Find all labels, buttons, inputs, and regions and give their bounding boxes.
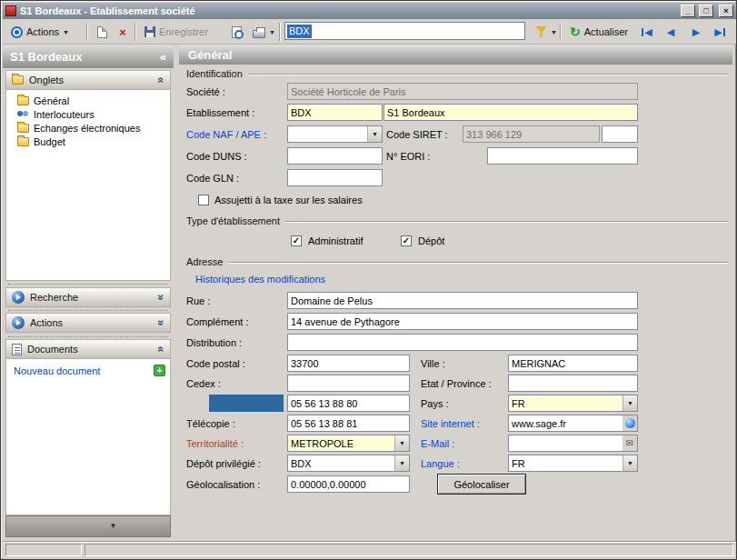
chevron-up-icon[interactable]: «: [156, 77, 167, 84]
code-naf-dropdown-button[interactable]: ▼: [367, 126, 382, 142]
print-button[interactable]: ▼: [248, 22, 280, 42]
filter-button[interactable]: ▼: [531, 22, 562, 42]
tree-item-interlocuteurs[interactable]: Interlocuteurs: [17, 108, 95, 121]
sidebar-title: S1 Bordeaux: [10, 50, 160, 64]
nav-previous-button[interactable]: ◀: [661, 23, 681, 41]
nav-first-button[interactable]: ◀: [637, 23, 657, 41]
geolocaliser-button[interactable]: Géolocaliser: [437, 474, 526, 495]
taxe-salaires-checkbox[interactable]: [198, 195, 209, 205]
chevron-down-icon[interactable]: »: [156, 295, 167, 301]
actions-menu-button[interactable]: Actions ▼: [6, 22, 74, 42]
collapse-sidebar-button[interactable]: «: [160, 50, 166, 64]
pays-input[interactable]: [509, 395, 622, 411]
pays-label: Pays :: [421, 397, 449, 410]
print-preview-icon: [232, 26, 242, 38]
code-duns-field[interactable]: [287, 147, 383, 165]
etablissement-nom-field[interactable]: [383, 104, 638, 121]
section-documents-header[interactable]: Documents «: [5, 339, 171, 359]
code-naf-input[interactable]: [288, 126, 367, 142]
print-preview-button[interactable]: [226, 22, 246, 42]
code-naf-label[interactable]: Code NAF / APE :: [186, 128, 266, 141]
sidebar-bottom-bar[interactable]: ▼: [5, 515, 171, 537]
langue-label[interactable]: Langue :: [421, 457, 460, 470]
chevron-up-icon[interactable]: «: [156, 346, 167, 353]
telephone-label-selection[interactable]: [209, 395, 284, 412]
depot-privilegie-input[interactable]: [288, 455, 394, 471]
nav-next-icon: ▶: [692, 26, 700, 38]
territorialite-input[interactable]: [288, 435, 394, 451]
refresh-button[interactable]: ↻ Actualiser: [565, 22, 632, 42]
territorialite-label[interactable]: Territorialité :: [186, 437, 244, 450]
territorialite-select[interactable]: ▼: [287, 435, 410, 452]
langue-select[interactable]: ▼: [508, 455, 638, 472]
code-gln-field[interactable]: [287, 169, 383, 186]
etablissement-code-field[interactable]: [287, 104, 383, 121]
group-type-etablissement: Type d'établissement: [186, 215, 728, 226]
new-document-icon: [97, 26, 107, 38]
tree-item-general[interactable]: Général: [17, 95, 69, 107]
complement-label: Complément :: [186, 315, 248, 328]
code-duns-label: Code DUNS :: [186, 150, 247, 163]
historique-modifications-link[interactable]: Historiques des modifications: [195, 274, 325, 285]
chevron-down-icon[interactable]: »: [156, 320, 167, 326]
nav-next-button[interactable]: ▶: [686, 23, 706, 41]
cedex-field[interactable]: [287, 375, 410, 392]
send-email-button[interactable]: ✉: [622, 435, 638, 452]
siret-secondary-field[interactable]: [602, 125, 638, 143]
code-postal-field[interactable]: [287, 355, 410, 372]
telephone-field[interactable]: [287, 395, 410, 412]
nav-first-icon: [642, 28, 643, 36]
depot-privilegie-dropdown-button[interactable]: ▼: [394, 455, 409, 471]
add-document-button[interactable]: +: [154, 365, 165, 376]
close-button[interactable]: ×: [719, 5, 733, 17]
delete-button[interactable]: ×: [113, 22, 133, 42]
pays-select[interactable]: ▼: [508, 395, 638, 412]
depot-checkbox[interactable]: ✓: [401, 235, 412, 246]
langue-dropdown-button[interactable]: ▼: [622, 455, 637, 471]
main-panel: Général Identification Société : Etablis…: [179, 45, 732, 539]
tree-item-echanges-electroniques[interactable]: Echanges électroniques: [17, 122, 140, 135]
complement-field[interactable]: [287, 313, 638, 330]
refresh-icon: ↻: [570, 25, 581, 38]
email-label[interactable]: E-Mail :: [421, 437, 454, 450]
section-actions-header[interactable]: Actions »: [5, 313, 171, 333]
rue-field[interactable]: [287, 292, 638, 309]
distribution-field[interactable]: [287, 334, 638, 351]
ville-field[interactable]: [508, 355, 638, 372]
status-cell: [85, 544, 733, 556]
minimize-button[interactable]: _: [681, 5, 695, 17]
telecopie-field[interactable]: [287, 415, 410, 432]
site-internet-label[interactable]: Site internet :: [421, 417, 480, 430]
title-bar[interactable]: S1 Bordeaux - Etablissement société _ □ …: [3, 3, 736, 19]
code-siret-label: Code SIRET :: [386, 128, 448, 141]
toolbar-separator: [134, 23, 136, 41]
group-adresse-label: Adresse: [186, 256, 223, 267]
chevron-down-icon: ▼: [63, 29, 69, 35]
eori-field[interactable]: [487, 147, 638, 165]
email-field[interactable]: [508, 435, 623, 452]
depot-privilegie-select[interactable]: ▼: [287, 455, 410, 472]
territorialite-dropdown-button[interactable]: ▼: [394, 435, 409, 451]
nouveau-document-link[interactable]: Nouveau document: [14, 365, 100, 376]
save-button[interactable]: Enregistrer: [140, 22, 213, 42]
geolocalisation-field[interactable]: [287, 475, 410, 493]
group-type-label: Type d'établissement: [186, 215, 280, 226]
maximize-button[interactable]: □: [699, 5, 713, 17]
nav-last-button[interactable]: ▶: [710, 23, 730, 41]
chevron-down-icon: ▼: [269, 29, 275, 35]
new-button[interactable]: [92, 22, 112, 42]
status-bar: [3, 541, 736, 559]
chevron-down-icon: ▼: [399, 440, 405, 446]
save-label: Enregistrer: [159, 26, 208, 37]
open-website-button[interactable]: [622, 415, 638, 432]
section-recherche-header[interactable]: Recherche »: [5, 287, 171, 307]
pays-dropdown-button[interactable]: ▼: [622, 395, 637, 411]
etat-province-field[interactable]: [508, 375, 638, 392]
administratif-checkbox[interactable]: ✓: [291, 235, 302, 246]
section-onglets-header[interactable]: Onglets «: [5, 70, 171, 90]
langue-input[interactable]: [509, 455, 622, 471]
tree-item-budget[interactable]: Budget: [17, 135, 65, 148]
reference-input[interactable]: BDX: [284, 22, 525, 40]
site-internet-field[interactable]: [508, 415, 623, 432]
code-naf-select[interactable]: ▼: [287, 125, 383, 143]
